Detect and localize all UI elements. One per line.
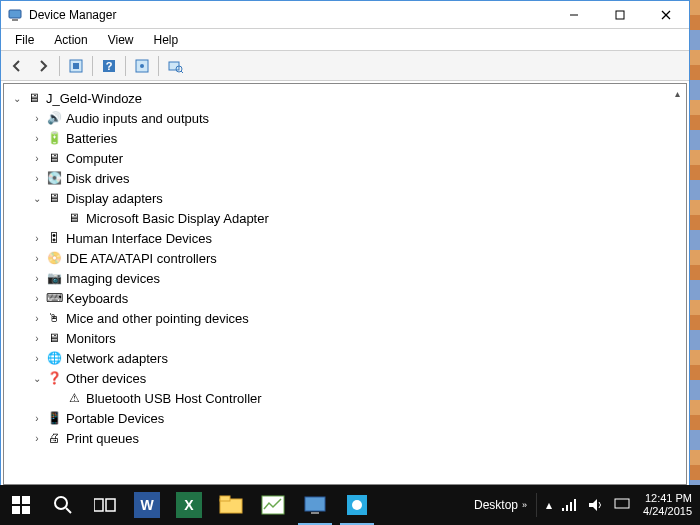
imaging-icon: 📷 bbox=[46, 270, 62, 286]
tray-volume-icon[interactable] bbox=[583, 485, 609, 525]
close-button[interactable] bbox=[643, 1, 689, 29]
tree-node[interactable]: ›🖱Mice and other pointing devices bbox=[6, 308, 684, 328]
show-hidden-button[interactable] bbox=[64, 54, 88, 78]
svg-point-11 bbox=[140, 64, 144, 68]
forward-button[interactable] bbox=[31, 54, 55, 78]
chevron-right-icon: » bbox=[522, 500, 527, 510]
tree-node-label: Mice and other pointing devices bbox=[66, 311, 249, 326]
start-button[interactable] bbox=[0, 485, 42, 525]
menu-file[interactable]: File bbox=[5, 31, 44, 49]
expand-arrow-icon[interactable]: › bbox=[30, 431, 44, 445]
taskbar-controlpanel[interactable] bbox=[336, 485, 378, 525]
expand-arrow-icon[interactable]: › bbox=[30, 271, 44, 285]
svg-rect-36 bbox=[570, 502, 572, 511]
taskbar-devmgr[interactable] bbox=[294, 485, 336, 525]
expand-arrow-icon[interactable]: › bbox=[30, 131, 44, 145]
svg-rect-30 bbox=[305, 497, 325, 511]
monitor-icon: 🖥 bbox=[46, 330, 62, 346]
expand-arrow-icon[interactable]: › bbox=[30, 111, 44, 125]
svg-text:W: W bbox=[140, 497, 154, 513]
toolbar: ? bbox=[1, 51, 689, 81]
expand-arrow-icon[interactable]: › bbox=[30, 251, 44, 265]
svg-rect-35 bbox=[566, 505, 568, 511]
tray-time: 12:41 PM bbox=[645, 492, 692, 505]
tree-node-label: Other devices bbox=[66, 371, 146, 386]
svg-rect-34 bbox=[562, 508, 564, 511]
taskbar-taskmgr[interactable] bbox=[252, 485, 294, 525]
minimize-button[interactable] bbox=[551, 1, 597, 29]
scan-hardware-button[interactable] bbox=[163, 54, 187, 78]
taskview-button[interactable] bbox=[84, 485, 126, 525]
collapse-arrow-icon[interactable]: ⌄ bbox=[30, 371, 44, 385]
tray-action-center-icon[interactable] bbox=[609, 485, 635, 525]
warning-icon: ⚠ bbox=[66, 390, 82, 406]
svg-rect-1 bbox=[12, 19, 18, 21]
svg-rect-22 bbox=[106, 499, 115, 511]
expand-arrow-icon[interactable]: › bbox=[30, 331, 44, 345]
tree-node[interactable]: 🖥Microsoft Basic Display Adapter bbox=[6, 208, 684, 228]
portable-icon: 📱 bbox=[46, 410, 62, 426]
tray-overflow-button[interactable]: ▴ bbox=[541, 485, 557, 525]
taskbar: W X Desktop » ▴ 12:41 PM 4/24/2015 bbox=[0, 485, 700, 525]
tree-node[interactable]: ›🖥Computer bbox=[6, 148, 684, 168]
collapse-arrow-icon[interactable]: ⌄ bbox=[10, 91, 24, 105]
tree-node[interactable]: ⌄🖥J_Geld-Windoze bbox=[6, 88, 684, 108]
device-manager-window: Device Manager File Action View Help ? ▴… bbox=[0, 0, 690, 488]
computer-icon: 🖥 bbox=[46, 150, 62, 166]
tree-node-label: Network adapters bbox=[66, 351, 168, 366]
taskbar-explorer[interactable] bbox=[210, 485, 252, 525]
menu-help[interactable]: Help bbox=[144, 31, 189, 49]
tree-node[interactable]: ›📱Portable Devices bbox=[6, 408, 684, 428]
menu-view[interactable]: View bbox=[98, 31, 144, 49]
expand-arrow-icon[interactable]: › bbox=[30, 351, 44, 365]
tree-node-label: Microsoft Basic Display Adapter bbox=[86, 211, 269, 226]
svg-text:?: ? bbox=[106, 60, 113, 72]
mouse-icon: 🖱 bbox=[46, 310, 62, 326]
expand-arrow-icon[interactable]: › bbox=[30, 311, 44, 325]
tree-node[interactable]: ›🖨Print queues bbox=[6, 428, 684, 448]
tree-node[interactable]: ›🖥Monitors bbox=[6, 328, 684, 348]
scroll-up-indicator: ▴ bbox=[670, 86, 684, 100]
tree-node-label: Monitors bbox=[66, 331, 116, 346]
tree-node[interactable]: ⌄🖥Display adapters bbox=[6, 188, 684, 208]
tray-clock[interactable]: 12:41 PM 4/24/2015 bbox=[635, 492, 700, 518]
expand-arrow-icon[interactable]: › bbox=[30, 291, 44, 305]
window-title: Device Manager bbox=[29, 8, 551, 22]
tree-node[interactable]: ⚠Bluetooth USB Host Controller bbox=[6, 388, 684, 408]
expand-arrow-icon[interactable]: › bbox=[30, 231, 44, 245]
tree-node[interactable]: ›🌐Network adapters bbox=[6, 348, 684, 368]
menu-action[interactable]: Action bbox=[44, 31, 97, 49]
svg-line-14 bbox=[181, 71, 183, 73]
taskbar-word[interactable]: W bbox=[126, 485, 168, 525]
tray-network-icon[interactable] bbox=[557, 485, 583, 525]
back-button[interactable] bbox=[5, 54, 29, 78]
tree-node[interactable]: ›🔋Batteries bbox=[6, 128, 684, 148]
tree-node[interactable]: ›🔊Audio inputs and outputs bbox=[6, 108, 684, 128]
expand-arrow-icon[interactable]: › bbox=[30, 411, 44, 425]
tree-node-label: IDE ATA/ATAPI controllers bbox=[66, 251, 217, 266]
tray-desktop-toolbar[interactable]: Desktop » bbox=[469, 485, 532, 525]
chevron-up-icon: ▴ bbox=[546, 498, 552, 512]
tree-node[interactable]: ›⌨Keyboards bbox=[6, 288, 684, 308]
taskbar-excel[interactable]: X bbox=[168, 485, 210, 525]
expand-arrow-icon[interactable]: › bbox=[30, 171, 44, 185]
menubar: File Action View Help bbox=[1, 29, 689, 51]
maximize-button[interactable] bbox=[597, 1, 643, 29]
tray-desktop-label: Desktop bbox=[474, 498, 518, 512]
tree-node[interactable]: ›📀IDE ATA/ATAPI controllers bbox=[6, 248, 684, 268]
tree-node[interactable]: ⌄❓Other devices bbox=[6, 368, 684, 388]
collapse-arrow-icon[interactable]: ⌄ bbox=[30, 191, 44, 205]
tree-node[interactable]: ›🎛Human Interface Devices bbox=[6, 228, 684, 248]
svg-rect-21 bbox=[94, 499, 103, 511]
device-tree[interactable]: ▴ ⌄🖥J_Geld-Windoze›🔊Audio inputs and out… bbox=[3, 83, 687, 485]
keyboard-icon: ⌨ bbox=[46, 290, 62, 306]
tree-node[interactable]: ›💽Disk drives bbox=[6, 168, 684, 188]
help-button[interactable]: ? bbox=[97, 54, 121, 78]
search-button[interactable] bbox=[42, 485, 84, 525]
tree-node-label: Computer bbox=[66, 151, 123, 166]
properties-button[interactable] bbox=[130, 54, 154, 78]
tree-node[interactable]: ›📷Imaging devices bbox=[6, 268, 684, 288]
ide-icon: 📀 bbox=[46, 250, 62, 266]
titlebar: Device Manager bbox=[1, 1, 689, 29]
expand-arrow-icon[interactable]: › bbox=[30, 151, 44, 165]
